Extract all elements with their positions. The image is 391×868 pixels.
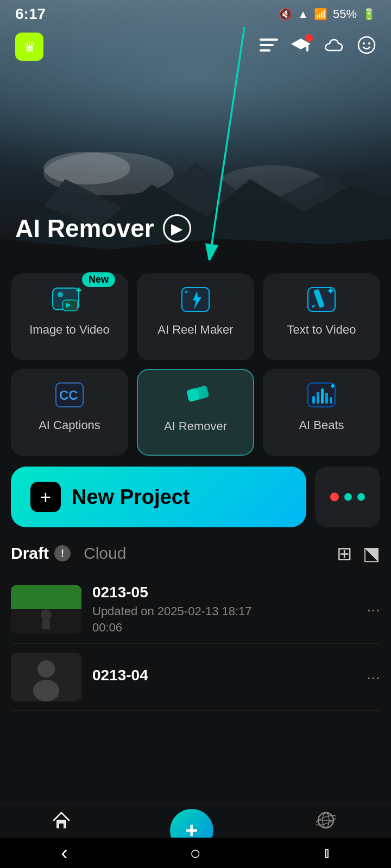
svg-rect-40: [325, 393, 328, 404]
draft-info-1: 0213-05 Updated on 2025-02-13 18:17 00:0…: [92, 584, 356, 635]
draft-thumbnail-1: [11, 585, 81, 634]
app-logo[interactable]: ♛: [15, 33, 43, 61]
svg-rect-41: [330, 397, 332, 404]
svg-point-11: [358, 37, 375, 53]
status-time: 6:17: [15, 5, 46, 23]
text-to-video-icon: [302, 284, 341, 315]
ai-reel-maker-label: AI Reel Maker: [157, 322, 233, 338]
draft-tab-cloud[interactable]: Cloud: [84, 544, 126, 563]
plus-icon: +: [40, 487, 51, 508]
ai-beats-icon: [302, 380, 341, 410]
svg-text:CC: CC: [59, 388, 78, 403]
mute-icon: 🔇: [279, 8, 292, 21]
new-project-button[interactable]: + New Project: [11, 467, 306, 527]
explore-icon: [316, 810, 336, 835]
svg-point-44: [41, 609, 52, 620]
tool-card-text-to-video[interactable]: Text to Video: [263, 273, 380, 360]
hero-title: AI Remover: [15, 214, 154, 243]
tool-card-ai-remover[interactable]: AI Remover: [137, 369, 254, 456]
draft-thumbnail-2: [11, 653, 81, 701]
play-icon: ▶: [171, 220, 183, 238]
new-project-plus-icon: +: [30, 482, 61, 512]
draft-item-1[interactable]: 0213-05 Updated on 2025-02-13 18:17 00:0…: [11, 575, 380, 644]
crown-icon: ♛: [23, 39, 36, 55]
draft-duration-1: 00:06: [92, 621, 356, 635]
emoji-icon[interactable]: [357, 36, 376, 58]
draft-date-1: Updated on 2025-02-13 18:17: [92, 604, 356, 618]
more-dots: [330, 493, 365, 501]
draft-more-1[interactable]: ···: [367, 600, 380, 618]
draft-label: Draft: [11, 544, 49, 563]
battery-text: 55%: [333, 7, 357, 21]
dot-teal-2: [357, 493, 365, 501]
svg-rect-50: [59, 824, 64, 828]
nav-right-icons: [260, 36, 376, 58]
home-button[interactable]: ○: [190, 843, 201, 864]
app-header-row: ♛: [0, 33, 391, 61]
header-nav: 6:17 🔇 ▲ 📶 55% 🔋: [0, 0, 391, 28]
sys-nav-bar: ‹ ○ ⫾: [0, 838, 391, 868]
tool-card-image-to-video[interactable]: New Image to Video: [11, 273, 128, 360]
svg-rect-39: [321, 388, 324, 404]
dot-teal-1: [344, 493, 352, 501]
battery-icon: 🔋: [362, 8, 376, 21]
tool-card-ai-captions[interactable]: CC AI Captions: [11, 369, 128, 456]
text-to-video-label: Text to Video: [287, 322, 356, 338]
svg-point-48: [33, 680, 59, 701]
share-icon[interactable]: ⬔: [363, 542, 380, 564]
draft-tabs: Draft ! Cloud: [11, 544, 126, 563]
svg-rect-8: [260, 49, 270, 52]
hero-section: 6:17 🔇 ▲ 📶 55% 🔋 ♛: [0, 0, 391, 260]
svg-point-1: [43, 152, 130, 184]
new-project-row: + New Project: [11, 467, 380, 527]
hero-arrow-button[interactable]: ▶: [163, 214, 191, 242]
svg-point-13: [368, 42, 370, 44]
filter-icon[interactable]: [260, 37, 278, 56]
svg-rect-42: [11, 585, 81, 609]
status-icons: 🔇 ▲ 📶 55% 🔋: [279, 7, 376, 21]
ai-reel-maker-icon: [176, 284, 215, 315]
svg-rect-37: [312, 396, 315, 404]
grid-view-icon[interactable]: ⊞: [337, 542, 352, 564]
tool-card-ai-beats[interactable]: AI Beats: [263, 369, 380, 456]
status-bar: 6:17 🔇 ▲ 📶 55% 🔋: [0, 0, 391, 28]
draft-item-2[interactable]: 0213-04 ···: [11, 644, 380, 711]
svg-rect-45: [42, 620, 50, 629]
back-button[interactable]: ‹: [61, 841, 68, 865]
recent-button[interactable]: ⫾: [323, 844, 330, 862]
draft-info-2: 0213-04: [92, 667, 356, 687]
tool-card-ai-reel-maker[interactable]: AI Reel Maker: [137, 273, 254, 360]
svg-rect-10: [306, 44, 308, 52]
svg-rect-38: [317, 392, 319, 404]
draft-name-1: 0213-05: [92, 584, 356, 601]
draft-name-2: 0213-04: [92, 667, 356, 684]
main-content: New Image to Video: [0, 260, 391, 810]
svg-point-47: [37, 660, 55, 678]
ai-captions-label: AI Captions: [39, 418, 100, 433]
image-to-video-label: Image to Video: [29, 322, 110, 338]
signal-icon: 📶: [314, 8, 327, 21]
graduation-icon[interactable]: [291, 36, 311, 58]
new-badge: New: [82, 272, 115, 287]
ai-captions-icon: CC: [50, 380, 89, 410]
more-options-button[interactable]: [315, 467, 380, 527]
ai-remover-label: AI Remover: [164, 419, 227, 435]
dot-red: [330, 493, 339, 501]
new-project-label: New Project: [72, 486, 190, 509]
wifi-icon: ▲: [298, 8, 308, 21]
draft-more-2[interactable]: ···: [367, 668, 380, 686]
cloud-label: Cloud: [84, 544, 126, 563]
svg-rect-6: [260, 39, 278, 41]
draft-thumb-green-bg: [11, 585, 81, 634]
draft-tab-draft[interactable]: Draft !: [11, 544, 71, 563]
info-badge: !: [54, 545, 71, 561]
ai-beats-label: AI Beats: [299, 418, 344, 433]
ai-remover-icon: [176, 381, 215, 411]
hero-label: AI Remover ▶: [15, 214, 191, 243]
draft-thumb-dark-bg: [11, 653, 81, 701]
image-to-video-icon: [50, 284, 89, 315]
svg-point-24: [185, 291, 187, 293]
cloud-icon[interactable]: [324, 37, 344, 56]
home-icon: [52, 810, 71, 834]
svg-rect-7: [260, 44, 274, 46]
